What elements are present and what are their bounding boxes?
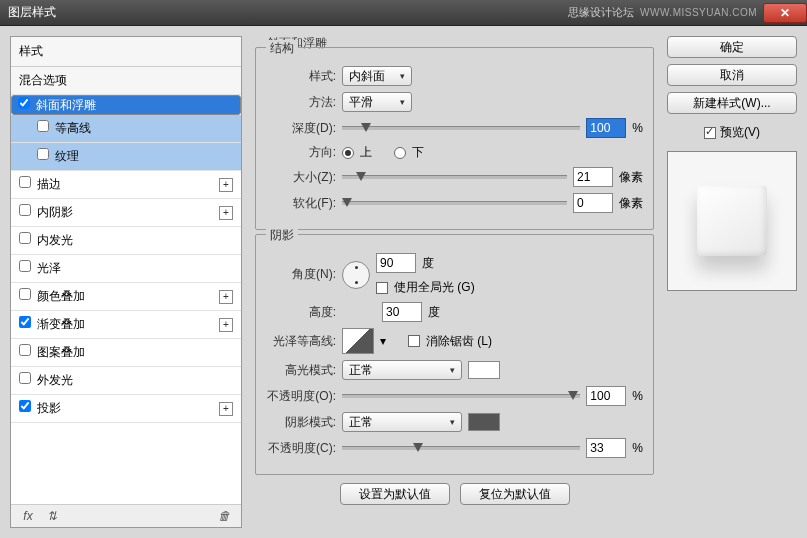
shadow-opacity-input[interactable]: 33 [586, 438, 626, 458]
blend-options-label: 混合选项 [19, 72, 67, 89]
right-panel: 确定 取消 新建样式(W)... 预览(V) [667, 36, 797, 528]
method-label: 方法: [266, 94, 336, 111]
size-unit: 像素 [619, 169, 643, 186]
contour-label: 等高线 [55, 121, 91, 135]
size-input[interactable]: 21 [573, 167, 613, 187]
style-select[interactable]: 内斜面▾ [342, 66, 412, 86]
new-style-button[interactable]: 新建样式(W)... [667, 92, 797, 114]
stroke-checkbox[interactable] [19, 176, 31, 188]
style-row-bevel[interactable]: 斜面和浮雕 [11, 95, 241, 115]
patternoverlay-checkbox[interactable] [19, 344, 31, 356]
angle-dial[interactable] [342, 261, 370, 289]
innerglow-checkbox[interactable] [19, 232, 31, 244]
gloss-contour-picker[interactable] [342, 328, 374, 354]
add-stroke-icon[interactable]: + [219, 178, 233, 192]
outerglow-checkbox[interactable] [19, 372, 31, 384]
style-label: 样式: [266, 68, 336, 85]
texture-checkbox[interactable] [37, 148, 49, 160]
altitude-label: 高度: [266, 304, 336, 321]
shadow-opacity-label: 不透明度(C): [266, 440, 336, 457]
style-row-texture[interactable]: 纹理 [11, 143, 241, 171]
dropshadow-checkbox[interactable] [19, 400, 31, 412]
bevel-checkbox[interactable] [18, 97, 30, 109]
structure-group: 结构 样式: 内斜面▾ 方法: 平滑▾ 深度(D): 100 % 方向: 上 下… [255, 47, 654, 230]
depth-label: 深度(D): [266, 120, 336, 137]
altitude-input[interactable]: 30 [382, 302, 422, 322]
shading-legend: 阴影 [266, 227, 298, 244]
preview-checkbox[interactable] [704, 127, 716, 139]
angle-label: 角度(N): [266, 266, 336, 283]
antialias-label: 消除锯齿 (L) [426, 333, 492, 350]
close-button[interactable]: ✕ [763, 3, 807, 23]
satin-checkbox[interactable] [19, 260, 31, 272]
window-title: 图层样式 [8, 4, 56, 21]
chevron-down-icon: ▾ [400, 71, 405, 81]
shading-group: 阴影 角度(N): 90 度 使用全局光 (G) 高度: 30 度 光泽等高线:… [255, 234, 654, 475]
soften-slider[interactable] [342, 195, 567, 211]
angle-input[interactable]: 90 [376, 253, 416, 273]
add-coloroverlay-icon[interactable]: + [219, 290, 233, 304]
gradientoverlay-checkbox[interactable] [19, 316, 31, 328]
global-light-checkbox[interactable] [376, 282, 388, 294]
depth-input[interactable]: 100 [586, 118, 626, 138]
highlight-opacity-slider[interactable] [342, 388, 580, 404]
contour-checkbox[interactable] [37, 120, 49, 132]
shadow-opacity-slider[interactable] [342, 440, 580, 456]
direction-up-radio[interactable] [342, 147, 354, 159]
depth-slider[interactable] [342, 120, 580, 136]
size-label: 大小(Z): [266, 169, 336, 186]
highlight-color-swatch[interactable] [468, 361, 500, 379]
preview-swatch [697, 186, 767, 256]
soften-input[interactable]: 0 [573, 193, 613, 213]
shadow-color-swatch[interactable] [468, 413, 500, 431]
add-gradientoverlay-icon[interactable]: + [219, 318, 233, 332]
bevel-label: 斜面和浮雕 [36, 98, 96, 112]
updown-icon[interactable]: ⇅ [43, 509, 61, 523]
ok-button[interactable]: 确定 [667, 36, 797, 58]
highlight-opacity-input[interactable]: 100 [586, 386, 626, 406]
depth-unit: % [632, 121, 643, 135]
soften-unit: 像素 [619, 195, 643, 212]
style-row-satin[interactable]: 光泽 [11, 255, 241, 283]
titlebar: 图层样式 思缘设计论坛 WWW.MISSYUAN.COM ✕ [0, 0, 807, 26]
preview-label: 预览(V) [720, 124, 760, 141]
brand-text: 思缘设计论坛 [568, 5, 634, 20]
method-select[interactable]: 平滑▾ [342, 92, 412, 112]
size-slider[interactable] [342, 169, 567, 185]
soften-label: 软化(F): [266, 195, 336, 212]
dialog-body: 样式 混合选项 斜面和浮雕 等高线 纹理 描边 + 内阴影 + 内发光 光泽 颜… [0, 26, 807, 538]
direction-label: 方向: [266, 144, 336, 161]
style-row-innershadow[interactable]: 内阴影 + [11, 199, 241, 227]
style-row-innerglow[interactable]: 内发光 [11, 227, 241, 255]
style-row-stroke[interactable]: 描边 + [11, 171, 241, 199]
settings-panel: 斜面和浮雕 结构 样式: 内斜面▾ 方法: 平滑▾ 深度(D): 100 % 方… [252, 36, 657, 528]
chevron-down-icon[interactable]: ▾ [380, 334, 386, 348]
fx-icon[interactable]: fx [19, 509, 37, 523]
innershadow-checkbox[interactable] [19, 204, 31, 216]
shadow-mode-label: 阴影模式: [266, 414, 336, 431]
add-dropshadow-icon[interactable]: + [219, 402, 233, 416]
cancel-button[interactable]: 取消 [667, 64, 797, 86]
antialias-checkbox[interactable] [408, 335, 420, 347]
gloss-contour-label: 光泽等高线: [266, 333, 336, 350]
global-light-label: 使用全局光 (G) [394, 279, 475, 296]
trash-icon[interactable]: 🗑 [215, 509, 233, 523]
styles-footer: fx ⇅ 🗑 [11, 504, 241, 527]
style-row-dropshadow[interactable]: 投影 + [11, 395, 241, 423]
style-row-outerglow[interactable]: 外发光 [11, 367, 241, 395]
coloroverlay-checkbox[interactable] [19, 288, 31, 300]
highlight-mode-select[interactable]: 正常▾ [342, 360, 462, 380]
direction-down-radio[interactable] [394, 147, 406, 159]
style-row-coloroverlay[interactable]: 颜色叠加 + [11, 283, 241, 311]
blend-options-row[interactable]: 混合选项 [11, 67, 241, 95]
shadow-mode-select[interactable]: 正常▾ [342, 412, 462, 432]
styles-list: 样式 混合选项 斜面和浮雕 等高线 纹理 描边 + 内阴影 + 内发光 光泽 颜… [10, 36, 242, 528]
add-innershadow-icon[interactable]: + [219, 206, 233, 220]
watermark-text: WWW.MISSYUAN.COM [640, 7, 757, 18]
style-row-patternoverlay[interactable]: 图案叠加 [11, 339, 241, 367]
style-row-contour[interactable]: 等高线 [11, 115, 241, 143]
reset-default-button[interactable]: 复位为默认值 [460, 483, 570, 505]
style-row-gradientoverlay[interactable]: 渐变叠加 + [11, 311, 241, 339]
make-default-button[interactable]: 设置为默认值 [340, 483, 450, 505]
highlight-opacity-label: 不透明度(O): [266, 388, 336, 405]
